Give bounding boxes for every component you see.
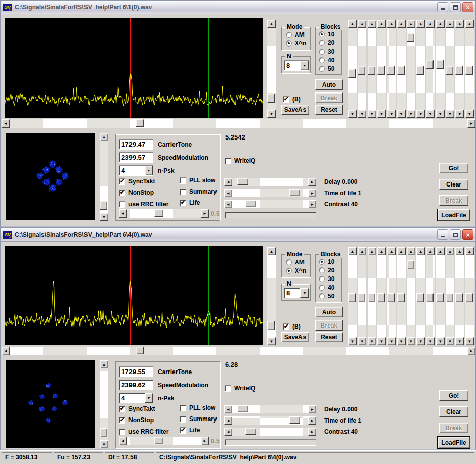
scroll-left-icon[interactable]: ◄ [119, 209, 127, 218]
mode-radio-xn[interactable]: X^n [286, 267, 306, 274]
mixer-vertical-scrollbar[interactable]: ▲▼ [465, 20, 474, 118]
mixer-vertical-scrollbar[interactable]: ▲▼ [377, 247, 386, 345]
scroll-down-icon[interactable]: ▼ [397, 110, 406, 118]
scroll-up-icon[interactable]: ▲ [377, 20, 386, 28]
time-of-life-slider[interactable]: ◄ ► [224, 416, 316, 425]
chevron-down-icon[interactable]: ▼ [145, 393, 153, 403]
checkbox-icon[interactable] [119, 417, 125, 424]
title-bar[interactable]: SV C:\Signals\SinalsForRS\SV_help\Part 6… [1, 1, 475, 14]
scroll-right-icon[interactable]: ► [308, 428, 316, 436]
slider-thumb[interactable] [289, 189, 300, 196]
scrollbar-thumb[interactable] [100, 428, 107, 437]
blocks-radio-40[interactable]: 40 [319, 284, 334, 291]
mixer-vertical-scrollbar[interactable]: ▲▼ [348, 20, 357, 118]
radio-icon[interactable] [286, 268, 292, 274]
break-button-2[interactable]: Break [439, 195, 468, 206]
mixer-vertical-scrollbar[interactable]: ▲▼ [368, 20, 376, 118]
auto-button[interactable]: Auto [315, 79, 343, 90]
scroll-left-icon[interactable]: ◄ [224, 189, 232, 197]
scrollbar-thumb[interactable] [368, 66, 375, 75]
scroll-down-icon[interactable]: ▼ [377, 110, 386, 118]
radio-icon[interactable] [286, 40, 292, 47]
blocks-radio-20[interactable]: 20 [319, 39, 334, 47]
npsk-dropdown[interactable]: 4 ▼ [119, 393, 153, 403]
scrollbar-track[interactable] [368, 255, 376, 337]
mixer-vertical-scrollbar[interactable]: ▲▼ [397, 247, 406, 345]
b-checkbox[interactable]: (B) [283, 323, 301, 330]
scrollbar-track[interactable] [387, 255, 396, 337]
reset-button[interactable]: Reset [315, 105, 343, 115]
scrollbar-thumb[interactable] [368, 293, 375, 302]
scrollbar-thumb[interactable] [136, 119, 144, 127]
mixer-vertical-scrollbar[interactable]: ▲▼ [368, 247, 376, 345]
rrc-filter-checkbox[interactable]: use RRC filter [119, 201, 168, 208]
carrier-tone-input[interactable]: 1729.55 [119, 366, 153, 377]
saveas-button[interactable]: SaveAs [281, 332, 309, 342]
mode-radio-am[interactable]: AM [286, 31, 305, 38]
checkbox-icon[interactable] [283, 96, 289, 103]
scrollbar-thumb[interactable] [416, 66, 424, 75]
scroll-up-icon[interactable]: ▲ [100, 360, 108, 368]
radio-icon[interactable] [319, 49, 325, 55]
scrollbar-thumb[interactable] [465, 66, 473, 75]
scrollbar-thumb[interactable] [136, 347, 144, 354]
scrollbar-thumb[interactable] [348, 293, 356, 302]
blocks-radio-40[interactable]: 40 [319, 57, 334, 64]
spectrum-horizontal-scrollbar[interactable]: ◄ ► [2, 119, 475, 128]
scroll-up-icon[interactable]: ▲ [397, 247, 406, 255]
synctakt-checkbox[interactable]: SyncTakt [119, 178, 155, 185]
gain-slider[interactable]: ◄ ► [119, 437, 209, 445]
scroll-left-icon[interactable]: ◄ [2, 347, 10, 355]
loadfile-button[interactable]: LoadFile [438, 437, 470, 448]
scrollbar-thumb[interactable] [358, 66, 365, 75]
scroll-up-icon[interactable]: ▲ [407, 20, 415, 28]
scrollbar-thumb[interactable] [455, 293, 463, 302]
scrollbar-track[interactable] [407, 28, 415, 110]
slider-thumb[interactable] [154, 437, 163, 444]
scroll-up-icon[interactable]: ▲ [436, 247, 445, 255]
scroll-right-icon[interactable]: ► [308, 200, 316, 208]
radio-icon[interactable] [319, 276, 325, 282]
scroll-down-icon[interactable]: ▼ [407, 110, 415, 118]
scroll-down-icon[interactable]: ▼ [348, 337, 357, 345]
mixer-vertical-scrollbar[interactable]: ▲▼ [387, 247, 396, 345]
mixer-vertical-scrollbar[interactable]: ▲▼ [455, 247, 464, 345]
slider-thumb[interactable] [245, 428, 256, 435]
scroll-left-icon[interactable]: ◄ [224, 428, 232, 436]
scrollbar-track[interactable] [368, 28, 376, 110]
slider-track[interactable] [232, 405, 308, 413]
speed-modulation-input[interactable]: 2399.57 [119, 152, 153, 163]
scrollbar-thumb[interactable] [407, 260, 414, 269]
minimize-button[interactable] [437, 2, 448, 12]
scroll-down-icon[interactable]: ▼ [387, 110, 396, 118]
mixer-vertical-scrollbar[interactable]: ▲▼ [348, 247, 357, 345]
writeiq-checkbox[interactable]: WriteIQ [225, 157, 255, 164]
scroll-up-icon[interactable]: ▲ [358, 20, 366, 28]
scroll-down-icon[interactable]: ▼ [455, 110, 464, 118]
radio-icon[interactable] [319, 293, 325, 299]
go-button[interactable]: Go! [439, 390, 468, 401]
close-button[interactable]: × [462, 229, 473, 240]
mixer-vertical-scrollbar[interactable]: ▲▼ [416, 20, 425, 118]
checkbox-icon[interactable] [119, 406, 125, 412]
close-button[interactable]: × [462, 2, 473, 12]
scrollbar-track[interactable] [100, 368, 108, 440]
slider-track[interactable] [127, 209, 201, 218]
auto-button[interactable]: Auto [315, 307, 343, 317]
scrollbar-thumb[interactable] [446, 66, 453, 75]
summary-checkbox[interactable]: Summary [180, 415, 217, 423]
scroll-down-icon[interactable]: ▼ [267, 110, 276, 118]
mixer-vertical-scrollbar[interactable]: ▲▼ [436, 247, 445, 345]
slider-thumb[interactable] [237, 178, 248, 185]
npsk-dropdown[interactable]: 4 ▼ [119, 165, 153, 176]
scrollbar-thumb[interactable] [267, 321, 275, 330]
slider-track[interactable] [232, 428, 308, 436]
slider-thumb[interactable] [289, 416, 300, 424]
checkbox-icon[interactable] [180, 177, 186, 184]
time-of-life-slider[interactable]: ◄ ► [224, 189, 316, 197]
chevron-down-icon[interactable]: ▼ [300, 61, 309, 70]
scroll-up-icon[interactable]: ▲ [368, 20, 376, 28]
radio-icon[interactable] [319, 40, 325, 46]
clear-button[interactable]: Clear [439, 406, 468, 417]
scroll-up-icon[interactable]: ▲ [387, 247, 396, 255]
